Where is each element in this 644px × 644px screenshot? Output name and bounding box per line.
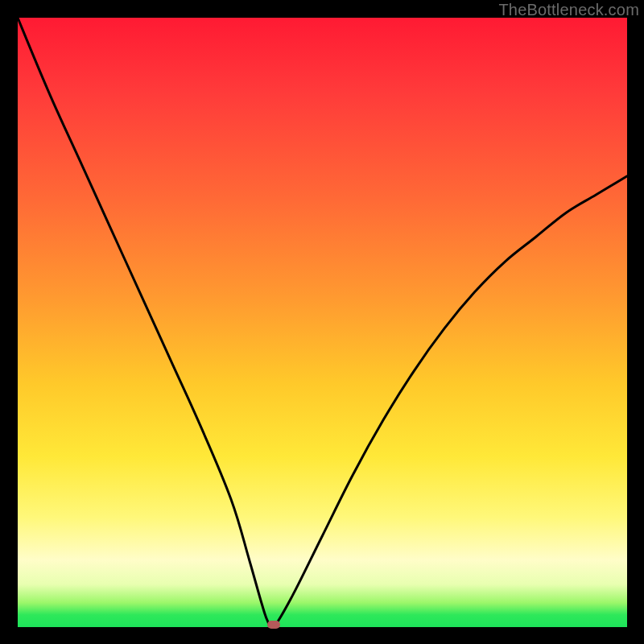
curve-path bbox=[18, 18, 627, 629]
watermark-text: TheBottleneck.com bbox=[498, 1, 639, 19]
optimum-marker bbox=[267, 621, 280, 629]
bottleneck-curve bbox=[18, 18, 627, 627]
plot-area bbox=[18, 18, 627, 627]
chart-frame: TheBottleneck.com bbox=[0, 0, 644, 644]
